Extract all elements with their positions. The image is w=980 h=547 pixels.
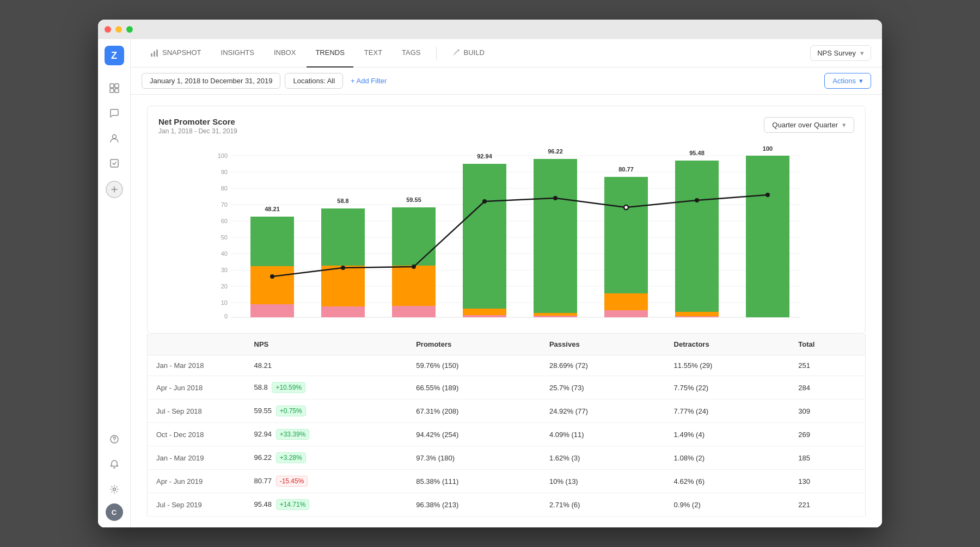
nav-text[interactable]: TEXT — [356, 39, 391, 67]
sidebar-item-task[interactable] — [103, 152, 125, 174]
svg-point-4 — [112, 135, 116, 139]
bar-label-6: 80.77 — [618, 166, 634, 173]
chart-header: Net Promoter Score Jan 1, 2018 - Dec 31,… — [158, 117, 854, 135]
sidebar-bottom: C — [103, 428, 125, 521]
svg-text:0: 0 — [224, 313, 228, 319]
table-row: Jan - Mar 2018 48.21 59.76% (150)28.69% … — [148, 355, 866, 376]
bar-label-2: 58.8 — [337, 198, 348, 204]
cell-detractors: 0.9% (2) — [665, 493, 790, 517]
settings-icon[interactable] — [103, 478, 125, 500]
survey-selector[interactable]: NPS Survey ▾ — [810, 45, 871, 61]
cell-detractors: 7.75% (22) — [665, 376, 790, 400]
svg-rect-1 — [115, 84, 119, 88]
nav-insights[interactable]: INSIGHTS — [212, 39, 263, 67]
svg-text:100: 100 — [218, 152, 228, 159]
table-row: Jul - Sep 2018 59.55 +0.75% 67.31% (208)… — [148, 400, 866, 423]
bar-detractors-7 — [675, 316, 719, 317]
cell-promoters: 59.76% (150) — [407, 355, 541, 376]
cell-nps: 58.8 +10.59% — [246, 376, 408, 400]
sidebar-item-chat[interactable] — [103, 102, 125, 124]
chart-view-selector[interactable]: Quarter over Quarter ▾ — [764, 117, 854, 133]
nav-build[interactable]: BUILD — [443, 39, 493, 67]
bar-label-7: 95.48 — [689, 150, 705, 156]
maximize-button[interactable] — [126, 26, 133, 33]
bar-promoters-4 — [463, 164, 506, 309]
help-icon[interactable] — [103, 428, 125, 450]
cell-nps: 48.21 — [246, 355, 408, 376]
content-area: Net Promoter Score Jan 1, 2018 - Dec 31,… — [131, 95, 882, 527]
cell-promoters: 97.3% (180) — [407, 446, 541, 470]
svg-point-7 — [114, 441, 115, 442]
close-button[interactable] — [105, 26, 111, 33]
data-table: NPS Promoters Passives Detractors Total … — [147, 334, 866, 517]
svg-rect-10 — [154, 51, 155, 57]
actions-button[interactable]: Actions ▾ — [824, 73, 871, 89]
nav-trends[interactable]: TRENDS — [307, 39, 353, 67]
cell-passives: 10% (13) — [541, 470, 665, 493]
cell-passives: 28.69% (72) — [541, 355, 665, 376]
svg-text:80: 80 — [221, 185, 228, 192]
svg-text:10: 10 — [221, 299, 228, 306]
line-dot-4 — [482, 199, 487, 204]
bar-promoters-3 — [392, 207, 436, 266]
cell-promoters: 66.55% (189) — [407, 376, 541, 400]
bar-passives-7 — [675, 312, 719, 316]
chart-section: Net Promoter Score Jan 1, 2018 - Dec 31,… — [147, 106, 866, 334]
bar-promoters-1 — [250, 217, 294, 266]
col-header-detractors: Detractors — [665, 334, 790, 355]
locations-filter[interactable]: Locations: All — [285, 73, 343, 89]
sidebar-item-grid[interactable] — [103, 77, 125, 99]
app-logo[interactable]: Z — [105, 46, 124, 65]
line-dot-6 — [624, 205, 628, 210]
cell-promoters: 94.42% (254) — [407, 423, 541, 446]
chart-title: Net Promoter Score — [158, 117, 237, 126]
nps-badge: +10.59% — [272, 382, 305, 393]
table-row: Jan - Mar 2019 96.22 +3.28% 97.3% (180)1… — [148, 446, 866, 470]
cell-total: 185 — [789, 446, 865, 470]
bar-passives-6 — [604, 293, 648, 310]
nav-inbox[interactable]: INBOX — [265, 39, 304, 67]
cell-period: Apr - Jun 2019 — [148, 470, 246, 493]
svg-text:30: 30 — [221, 267, 228, 273]
cell-detractors: 1.08% (2) — [665, 446, 790, 470]
bar-detractors-5 — [534, 316, 577, 317]
nav-snapshot[interactable]: SNAPSHOT — [142, 39, 210, 67]
bar-label-1: 48.21 — [265, 206, 280, 212]
nav-tags[interactable]: TAGS — [393, 39, 429, 67]
cell-promoters: 85.38% (111) — [407, 470, 541, 493]
titlebar — [98, 20, 882, 39]
cell-passives: 24.92% (77) — [541, 400, 665, 423]
cell-total: 221 — [789, 493, 865, 517]
cell-passives: 4.09% (11) — [541, 423, 665, 446]
cell-total: 284 — [789, 376, 865, 400]
svg-rect-3 — [115, 89, 119, 93]
bar-detractors-6 — [604, 310, 648, 317]
minimize-button[interactable] — [115, 26, 122, 33]
cell-promoters: 67.31% (208) — [407, 400, 541, 423]
cell-passives: 1.62% (3) — [541, 446, 665, 470]
date-range-filter[interactable]: January 1, 2018 to December 31, 2019 — [142, 73, 280, 89]
bar-promoters-5 — [534, 159, 577, 313]
sidebar-item-user[interactable] — [103, 127, 125, 149]
line-dot-1 — [270, 274, 274, 279]
bar-passives-2 — [321, 266, 365, 306]
avatar[interactable]: C — [106, 503, 123, 521]
nps-badge: -15.45% — [276, 476, 308, 487]
table-row: Apr - Jun 2019 80.77 -15.45% 85.38% (111… — [148, 470, 866, 493]
cell-total: 309 — [789, 400, 865, 423]
cell-detractors: 7.77% (24) — [665, 400, 790, 423]
svg-text:20: 20 — [221, 283, 228, 290]
bar-label-8: 100 — [763, 146, 773, 152]
add-button[interactable] — [106, 181, 123, 198]
svg-point-8 — [113, 488, 115, 491]
col-header-promoters: Promoters — [407, 334, 541, 355]
col-header-total: Total — [789, 334, 865, 355]
bar-promoters-2 — [321, 208, 365, 266]
bell-icon[interactable] — [103, 453, 125, 475]
line-dot-3 — [412, 265, 416, 269]
add-filter-button[interactable]: + Add Filter — [347, 73, 390, 88]
nps-badge: +0.75% — [276, 405, 306, 416]
nps-badge: +33.39% — [276, 429, 310, 440]
svg-rect-2 — [110, 89, 114, 93]
svg-rect-11 — [156, 50, 158, 57]
